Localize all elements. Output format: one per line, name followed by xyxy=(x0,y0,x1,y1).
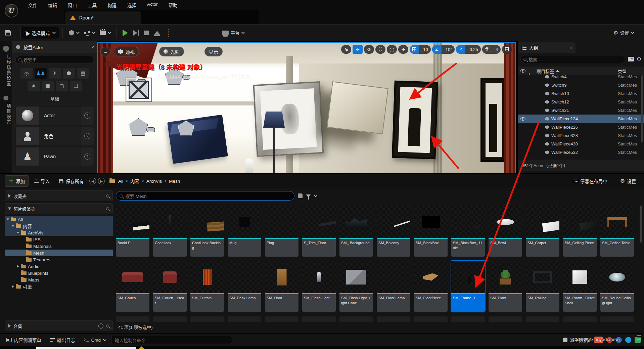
blank-wallpiece-canvas[interactable] xyxy=(327,81,388,134)
add-collection-icon[interactable]: ＋ xyxy=(98,323,103,329)
search-icon[interactable] xyxy=(106,194,109,198)
asset-tile-sm-coffee-table[interactable]: SM_Coffee Table xyxy=(600,206,634,257)
picture-frame-dark[interactable] xyxy=(392,81,438,159)
expander-icon[interactable] xyxy=(17,232,19,234)
chevron-down-icon[interactable] xyxy=(314,194,317,197)
asset-tile-sm-bowl[interactable]: SM_Bowl xyxy=(489,206,522,257)
play-options-button[interactable]: ⋮⋮ xyxy=(163,27,174,39)
dock-in-layout-button[interactable]: 停靠在布局中 xyxy=(569,176,611,186)
floor-lamp-shade[interactable] xyxy=(263,112,285,128)
expander-icon[interactable] xyxy=(8,194,11,198)
maximize-viewport-button[interactable] xyxy=(502,45,512,54)
placement-item-actor[interactable]: Actor? xyxy=(15,106,94,125)
outliner-tab[interactable]: 大纲 × xyxy=(518,42,576,53)
menu-item-6[interactable]: Actor xyxy=(142,0,163,10)
toolbar-settings-dropdown[interactable]: ⚙ 设置 xyxy=(611,27,636,39)
speaker-mesh[interactable] xyxy=(167,115,228,164)
type-column[interactable]: 类型 xyxy=(618,68,644,74)
expander-icon[interactable] xyxy=(17,265,19,268)
outliner-row[interactable]: WallPiece226StaticMes xyxy=(518,123,644,131)
tree-folder-audio[interactable]: Audio xyxy=(5,263,113,270)
filter-icon[interactable] xyxy=(306,194,311,197)
scale-tool-button[interactable]: ⛶ xyxy=(375,45,385,54)
asset-tile-booklp[interactable]: BookLP xyxy=(116,206,149,257)
back-button[interactable]: ◀ xyxy=(89,178,96,184)
editor-mode-dropdown[interactable]: 选择模式 xyxy=(20,27,59,39)
asset-tile-sm-floorpiece[interactable]: SM_FloorPiece xyxy=(414,261,448,312)
world-space-button[interactable]: ◯ xyxy=(387,45,397,54)
expander-icon[interactable] xyxy=(12,285,14,288)
tree-folder-ies[interactable]: IES xyxy=(5,236,113,243)
placement-item-角色[interactable]: 角色? xyxy=(15,127,94,145)
perspective-dropdown[interactable]: 透视 xyxy=(114,47,139,56)
cinematic-filter-icon[interactable]: ▤ xyxy=(77,68,89,79)
content-drawer-button[interactable]: 内容侧滑菜单 xyxy=(3,335,44,345)
tree-folder-内容[interactable]: 内容 xyxy=(5,223,113,229)
favorites-section[interactable]: 收藏夹 xyxy=(5,190,113,201)
world-settings-tab[interactable]: 世界场景设置 xyxy=(0,54,12,87)
volumes-filter-icon[interactable]: ▢ xyxy=(56,81,68,91)
search-icon[interactable] xyxy=(106,324,109,328)
asset-tile-sm-desk-lamp[interactable]: SM_Desk Lamp xyxy=(228,261,261,312)
outliner-row[interactable]: WallPiece124StaticMes xyxy=(518,115,644,123)
import-button[interactable]: 导入 xyxy=(31,176,53,186)
unreal-logo-icon[interactable]: U xyxy=(5,4,18,17)
expander-icon[interactable] xyxy=(8,324,11,328)
expander-icon[interactable] xyxy=(12,225,14,227)
placement-search-input[interactable]: 搜索类 xyxy=(15,56,94,64)
asset-tile-sm-room-outershell[interactable]: SM_Room_ OuterShell xyxy=(563,261,597,312)
project-settings-tab[interactable]: 项目设置 xyxy=(0,103,12,125)
asset-tile-sm-curtain[interactable]: SM_Curtain xyxy=(190,261,224,312)
statue-mesh[interactable] xyxy=(245,159,253,173)
tree-folder-maps[interactable]: Maps xyxy=(5,276,113,283)
play-button[interactable] xyxy=(120,27,131,39)
breadcrumb-item-archvis[interactable]: ArchVis xyxy=(146,179,162,184)
create-folder-icon[interactable] xyxy=(628,57,634,61)
asset-tile-sm-frame-1[interactable]: SM_Frame_1 xyxy=(451,261,485,312)
menu-item-2[interactable]: 窗口 xyxy=(63,0,82,10)
asset-tile-s-trim-floor[interactable]: S_Trim_Floor xyxy=(302,206,336,257)
asset-tile-sm-blackbox[interactable]: SM_BlackBox xyxy=(414,206,448,257)
collections-section[interactable]: 合集 ＋ xyxy=(5,320,113,331)
asset-tile-sm-door[interactable]: SM_Door xyxy=(265,261,298,312)
world-settings-icon[interactable] xyxy=(3,46,9,52)
content-settings-button[interactable]: ⚙ 设置 xyxy=(617,176,639,186)
outliner-search-input[interactable]: 搜索..... xyxy=(520,55,625,63)
scale-snap-control[interactable]: ↗ 0.25 xyxy=(456,45,480,54)
asset-tile-sm-background[interactable]: SM_ Background xyxy=(339,206,373,257)
asset-tile-sm-flash-light[interactable]: SM_Flash Light xyxy=(302,261,336,312)
surface-snap-button[interactable]: ✚ xyxy=(398,45,408,54)
eject-button[interactable] xyxy=(151,27,163,39)
scale-snap-value[interactable]: 0.25 xyxy=(467,47,480,52)
asset-tile-coathook[interactable]: CoatHook xyxy=(153,206,187,257)
tree-folder-blueprints[interactable]: Blueprints xyxy=(5,270,113,276)
tree-folder-mesh[interactable]: Mesh xyxy=(5,250,113,256)
outliner-row[interactable]: Switch10StaticMes xyxy=(518,89,644,98)
tab-room[interactable]: Room* xyxy=(65,11,141,24)
eye-icon[interactable] xyxy=(520,117,525,121)
view-mode-dropdown[interactable]: 光照 xyxy=(159,47,184,56)
asset-tile-sm-ceiling-piece[interactable]: SM_Ceiling Piece xyxy=(563,206,597,257)
asset-tile-plug[interactable]: Plug xyxy=(265,206,298,257)
menu-item-5[interactable]: 选择 xyxy=(123,0,141,10)
add-actor-button[interactable] xyxy=(66,27,81,39)
asset-grid-scrollbar[interactable] xyxy=(640,206,642,243)
search-icon[interactable] xyxy=(106,207,109,210)
asset-tile-sm-floor-lamp[interactable]: SM_Floor Lamp xyxy=(377,261,410,312)
sprite-gizmo-icon[interactable] xyxy=(146,127,155,132)
outliner-row[interactable]: WallPiece430StaticMes xyxy=(518,140,644,148)
tree-folder-引擎[interactable]: 引擎 xyxy=(5,283,113,290)
vfx-filter-icon[interactable]: ✶ xyxy=(28,81,40,91)
expander-icon[interactable] xyxy=(7,218,9,220)
geometry-filter-icon[interactable]: ▣ xyxy=(42,81,54,91)
picture-frame-far[interactable] xyxy=(480,78,507,162)
cinematics-button[interactable] xyxy=(97,27,113,39)
shapes-filter-icon[interactable]: ⬢ xyxy=(63,68,75,79)
output-log-button[interactable]: 输出日志 xyxy=(47,335,78,345)
rotation-snap-control[interactable]: ∠ 10° xyxy=(432,45,455,54)
menu-item-3[interactable]: 工具 xyxy=(83,0,101,10)
breadcrumb-item-all[interactable]: All xyxy=(118,179,123,184)
camera-speed-control[interactable]: 🎥︎ 4 xyxy=(482,45,501,54)
viewport-options-button[interactable]: ≡ xyxy=(100,47,110,56)
all-filter-icon[interactable]: ❏ xyxy=(70,81,82,91)
